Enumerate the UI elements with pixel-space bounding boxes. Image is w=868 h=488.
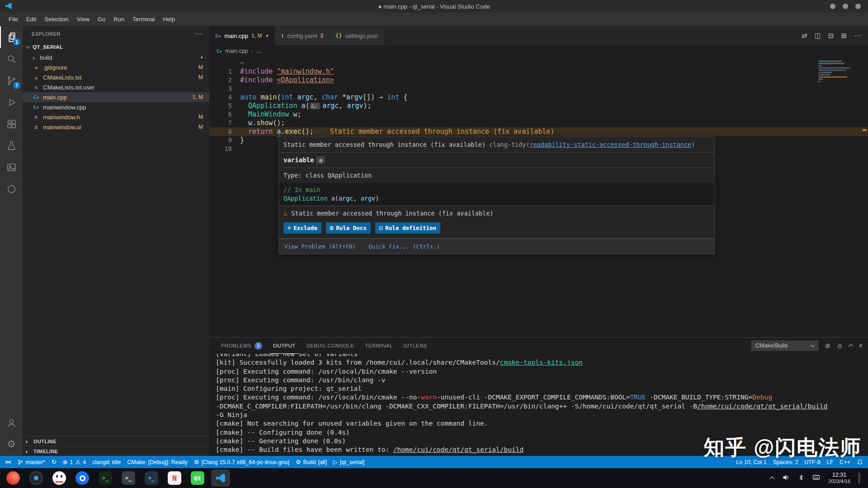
window-close-button[interactable]	[855, 4, 861, 9]
cmake-status[interactable]: CMake: [Debug]: Ready	[124, 456, 190, 468]
rule-docs-button[interactable]: ▤Rule Docs	[326, 222, 371, 234]
file-mainwindow.cpp[interactable]: C+mainwindow.cpp	[23, 102, 209, 112]
volume-icon[interactable]	[782, 474, 790, 483]
taskbar-app-start-icon[interactable]	[4, 469, 23, 487]
menu-help[interactable]: Help	[159, 14, 179, 24]
code-line-8[interactable]: 8 return a.exec(); Static member accesse…	[209, 127, 868, 136]
taskbar-app-qq-icon[interactable]	[50, 469, 69, 487]
keyboard-icon[interactable]	[812, 474, 820, 483]
menu-edit[interactable]: Edit	[22, 14, 40, 24]
taskbar-app-indicator-icon[interactable]	[27, 469, 46, 487]
tab-settings-json[interactable]: {} settings.json	[330, 26, 384, 45]
taskbar-app-notes-icon[interactable]: N	[165, 469, 184, 487]
gear-icon: ⚙	[7, 438, 16, 450]
menu-file[interactable]: File	[5, 14, 22, 24]
editor-region: C+ main.cpp 1, M ● ! config.yaml 3 {} se…	[209, 26, 868, 456]
split-editor-icon[interactable]: ◫	[815, 32, 821, 40]
file-mainwindow.h[interactable]: hmainwindow.hM	[23, 112, 209, 122]
code-line-4[interactable]: 4auto main(int argc, char *argv[]) → int…	[209, 93, 868, 102]
activity-extensions[interactable]	[0, 113, 23, 135]
exclude-button[interactable]: ⊘Exclude	[283, 222, 321, 234]
taskbar-app-browser-icon[interactable]	[73, 469, 92, 487]
file-.gitignore[interactable]: ◆.gitignoreM	[23, 62, 209, 72]
lock-scroll-icon[interactable]	[837, 343, 843, 349]
view-problem-action[interactable]: View Problem (Alt+F8)	[284, 242, 356, 251]
activity-cmake-tools[interactable]	[0, 178, 23, 200]
open-changes-icon[interactable]: ⇄	[802, 32, 807, 40]
taskbar-app-terminal-green-icon[interactable]: >_	[96, 469, 115, 487]
more-actions-icon[interactable]: ⋯	[854, 32, 861, 40]
code-line-6[interactable]: 6 MainWindow w;	[209, 110, 868, 119]
taskbar-app-terminal-dark-icon[interactable]: >_	[119, 469, 138, 487]
show-desktop-button[interactable]	[859, 473, 860, 483]
panel-tab-terminal[interactable]: TERMINAL	[361, 338, 396, 354]
activity-testing[interactable]	[0, 135, 23, 156]
clear-output-icon[interactable]: ⊘	[825, 342, 830, 349]
hover-code-block: // In mainQApplication a(argc, argv)	[279, 183, 715, 206]
activity-explorer[interactable]: 1	[0, 26, 23, 48]
problems-status[interactable]: ⊗1 ⚠4	[60, 456, 89, 468]
quick-fix-action[interactable]: Quick Fix... (Ctrl+.)	[368, 242, 440, 251]
panel-tab-gitlens[interactable]: GITLENS	[400, 338, 431, 354]
maximize-panel-icon[interactable]	[848, 344, 853, 349]
settings-gear-button[interactable]: ⚙	[0, 433, 23, 455]
panel-tab-problems[interactable]: PROBLEMS5	[217, 338, 266, 354]
rule-docs-link[interactable]: readability-static-accessed-through-inst…	[530, 141, 692, 148]
window-minimize-button[interactable]	[830, 4, 835, 9]
menu-view[interactable]: View	[73, 14, 94, 24]
menu-run[interactable]: Run	[109, 14, 128, 24]
code-line-fold[interactable]: ⋯	[209, 59, 868, 67]
activity-run-debug[interactable]	[0, 91, 23, 113]
file-CMakeLists.txt[interactable]: ▲CMakeLists.txtM	[23, 72, 209, 82]
bluetooth-icon[interactable]	[798, 474, 804, 482]
taskbar-app-qt-icon[interactable]: Qt	[188, 469, 207, 487]
activity-image-preview[interactable]	[0, 156, 23, 178]
code-line-2[interactable]: 2#include <QApplication>	[209, 76, 868, 84]
modified-dot-icon[interactable]: ●	[266, 33, 268, 38]
taskbar-app-vscode-icon[interactable]	[211, 469, 230, 487]
run-debug-icon	[6, 97, 17, 108]
clangd-status[interactable]: clangd: idle	[89, 456, 124, 468]
file-main.cpp[interactable]: C+main.cpp1, M	[23, 92, 209, 102]
remote-indicator[interactable]: ><	[2, 456, 14, 468]
taskbar-clock[interactable]: 12:31 2023/4/16	[828, 472, 850, 484]
git-branch-status[interactable]: master*	[14, 456, 48, 468]
panel-tab-output[interactable]: OUTPUT	[269, 338, 299, 354]
workspace-root[interactable]: QT_SERIAL	[23, 42, 209, 52]
explorer-more-actions-icon[interactable]: ⋯	[195, 30, 203, 38]
breadcrumb[interactable]: C+ main.cpp › …	[209, 45, 868, 57]
code-line-1[interactable]: 1#include "mainwindow.h"	[209, 67, 868, 76]
window-maximize-button[interactable]	[843, 4, 848, 9]
cmake-kit-selector[interactable]: ⚙[Clang 15.0.7 x86_64-pc-linux-gnu]	[191, 456, 292, 468]
menu-go[interactable]: Go	[94, 14, 109, 24]
cmake-build-button[interactable]: ⚙Build[all]	[292, 456, 330, 468]
minimap[interactable]	[817, 60, 861, 83]
code-editor[interactable]: ⋯1#include "mainwindow.h"2#include <QApp…	[209, 57, 868, 337]
file-CMakeLists.txt.user[interactable]: ≡CMakeLists.txt.user	[23, 82, 209, 92]
activity-search[interactable]	[0, 48, 23, 70]
code-line-7[interactable]: 7 w.show();	[209, 119, 868, 127]
file-build[interactable]: ›build●	[23, 52, 209, 62]
activity-source-control[interactable]: 7	[0, 70, 23, 91]
git-sync-button[interactable]: ↻	[48, 456, 60, 468]
panel-tab-debug-console[interactable]: DEBUG CONSOLE	[303, 338, 358, 354]
timeline-section[interactable]: › TIMELINE	[23, 446, 209, 456]
output-channel-select[interactable]: CMake/Build	[751, 340, 819, 351]
cmake-launch-button[interactable]: ▷[qt_serial]	[330, 456, 368, 468]
tab-config-yaml[interactable]: ! config.yaml 3	[275, 26, 330, 45]
menu-selection[interactable]: Selection	[40, 14, 72, 24]
code-line-3[interactable]: 3	[209, 84, 868, 93]
toggle-panel-icon[interactable]: ⊟	[828, 32, 834, 40]
outline-section[interactable]: › OUTLINE	[23, 436, 209, 446]
tab-main-cpp[interactable]: C+ main.cpp 1, M ●	[209, 26, 275, 45]
rule-definition-button[interactable]: ◱Rule definition	[375, 222, 440, 234]
flask-icon	[6, 140, 17, 151]
taskbar-app-terminal-blue-icon[interactable]: >_	[142, 469, 161, 487]
customize-layout-icon[interactable]: ⊞	[841, 32, 847, 40]
code-line-5[interactable]: 5 QApplication a(&:argc, argv);	[209, 102, 868, 110]
tray-expand-icon[interactable]	[769, 476, 774, 481]
accounts-button[interactable]	[0, 412, 23, 433]
menu-terminal[interactable]: Terminal	[128, 14, 159, 24]
close-panel-icon[interactable]: ×	[859, 342, 863, 349]
file-mainwindow.ui[interactable]: ≡mainwindow.uiM	[23, 122, 209, 132]
